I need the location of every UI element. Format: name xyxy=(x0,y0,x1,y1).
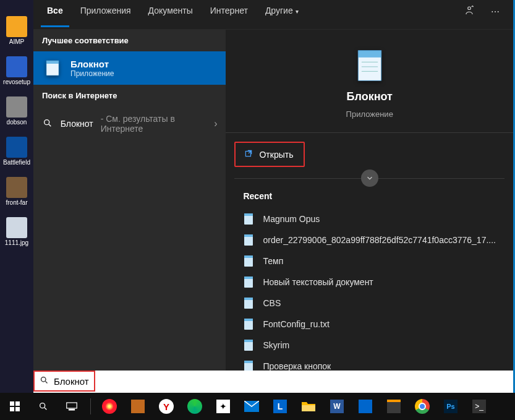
search-box xyxy=(33,371,513,393)
desktop-icon[interactable]: dobson xyxy=(4,96,29,126)
desktop-icons: AIMP revosetup dobson Battlefield front-… xyxy=(0,0,33,393)
tab-apps[interactable]: Приложения xyxy=(74,2,137,27)
search-icon xyxy=(42,118,53,130)
recent-item[interactable]: order_22799006_802a99ff788f26df52c7741f0… xyxy=(243,229,496,251)
svg-point-3 xyxy=(45,119,49,124)
tab-documents[interactable]: Документы xyxy=(142,2,199,27)
svg-point-0 xyxy=(468,7,471,10)
desktop-icon[interactable]: 1111.jpg xyxy=(4,217,29,246)
notes-icon[interactable] xyxy=(353,394,378,419)
svg-rect-2 xyxy=(46,61,59,64)
recent-item[interactable]: Темп xyxy=(243,251,496,272)
recent-filename: Темп xyxy=(263,256,283,266)
recent-item[interactable]: Skyrim xyxy=(243,335,496,356)
app-icon[interactable] xyxy=(126,394,150,419)
stars-icon[interactable]: ✦ xyxy=(211,394,236,419)
svg-rect-27 xyxy=(10,401,14,406)
svg-rect-17 xyxy=(244,276,253,279)
recent-filename: Проверка кнопок xyxy=(263,361,331,371)
preview-column: Блокнот Приложение Открыть Recent Magnum… xyxy=(226,30,513,393)
notepad-icon xyxy=(42,58,63,79)
desktop-icon[interactable]: AIMP xyxy=(4,16,29,45)
word-icon[interactable]: W xyxy=(325,394,349,419)
taskbar: Y ✦ L W Ps >_ xyxy=(0,393,515,420)
svg-point-31 xyxy=(40,403,45,408)
recent-label: Recent xyxy=(243,191,496,201)
recent-item[interactable]: FontConfig_ru.txt xyxy=(243,314,496,335)
recent-filename: Magnum Opus xyxy=(263,214,320,224)
mail-icon[interactable] xyxy=(239,394,264,419)
svg-rect-35 xyxy=(302,405,315,411)
file-icon xyxy=(243,234,254,246)
opera-icon[interactable] xyxy=(97,394,122,419)
feedback-icon[interactable] xyxy=(459,1,480,28)
web-search-item[interactable]: Блокнот - См. результаты в Интернете › xyxy=(33,106,226,141)
recent-filename: FontConfig_ru.txt xyxy=(263,319,329,329)
recent-filename: Новый текстовый документ xyxy=(263,277,373,287)
open-button[interactable]: Открыть xyxy=(234,142,305,167)
lingvo-icon[interactable]: L xyxy=(268,394,292,419)
recent-item[interactable]: Новый текстовый документ xyxy=(243,272,496,293)
desktop-icon[interactable]: Battlefield xyxy=(4,137,29,166)
desktop-icon[interactable]: revosetup xyxy=(4,56,29,85)
recent-item[interactable]: CBS xyxy=(243,293,496,314)
search-taskbar-button[interactable] xyxy=(31,394,56,419)
yandex-icon[interactable]: Y xyxy=(154,394,179,419)
svg-rect-21 xyxy=(244,319,253,321)
start-button[interactable] xyxy=(2,394,27,419)
svg-rect-13 xyxy=(244,234,253,237)
explorer-icon[interactable] xyxy=(296,394,321,419)
svg-rect-15 xyxy=(244,255,253,258)
chevron-down-icon: ▾ xyxy=(296,8,299,15)
preview-subtitle: Приложение xyxy=(346,109,393,119)
desktop-icon[interactable]: front-far xyxy=(4,177,29,206)
disc-icon[interactable] xyxy=(182,394,207,419)
svg-rect-30 xyxy=(15,407,20,411)
best-match-title: Блокнот xyxy=(70,59,114,69)
search-tabs: Все Приложения Документы Интернет Другие… xyxy=(33,0,513,30)
terminal-icon[interactable]: >_ xyxy=(467,394,492,419)
file-icon xyxy=(243,297,254,309)
svg-rect-11 xyxy=(244,213,253,216)
svg-rect-23 xyxy=(244,340,253,342)
chevron-right-icon: › xyxy=(214,118,217,129)
open-icon xyxy=(244,149,253,160)
file-icon xyxy=(243,276,254,288)
file-icon xyxy=(243,255,254,267)
svg-rect-32 xyxy=(67,403,77,408)
expand-button[interactable] xyxy=(361,169,378,187)
svg-rect-19 xyxy=(244,298,253,300)
recent-filename: order_22799006_802a99ff788f26df52c7741f0… xyxy=(263,235,496,245)
best-match-label: Лучшее соответствие xyxy=(33,30,226,51)
divider xyxy=(234,178,504,179)
start-search-panel: Все Приложения Документы Интернет Другие… xyxy=(33,0,513,393)
file-icon xyxy=(243,213,254,225)
notepad-icon xyxy=(351,47,388,84)
web-search-label: Поиск в Интернете xyxy=(33,85,226,106)
more-icon[interactable]: ⋯ xyxy=(485,3,506,27)
file-icon xyxy=(243,318,254,330)
divider xyxy=(90,398,91,414)
svg-rect-28 xyxy=(15,401,20,406)
task-view-button[interactable] xyxy=(59,394,84,419)
search-input[interactable] xyxy=(54,376,91,387)
search-icon xyxy=(40,375,49,387)
svg-point-26 xyxy=(41,377,46,382)
best-match-item[interactable]: Блокнот Приложение xyxy=(33,51,226,85)
sublime-icon[interactable] xyxy=(381,394,406,419)
tab-web[interactable]: Интернет xyxy=(204,2,254,27)
svg-rect-29 xyxy=(10,407,14,411)
recent-item[interactable]: Magnum Opus xyxy=(243,208,496,229)
tab-all[interactable]: Все xyxy=(41,2,69,27)
svg-rect-5 xyxy=(358,51,381,58)
results-column: Лучшее соответствие Блокнот Приложение П… xyxy=(33,30,226,393)
photoshop-icon[interactable]: Ps xyxy=(438,394,463,419)
chrome-icon[interactable] xyxy=(410,394,435,419)
file-icon xyxy=(243,339,254,351)
svg-rect-33 xyxy=(69,409,75,411)
recent-filename: Skyrim xyxy=(263,340,289,350)
recent-filename: CBS xyxy=(263,298,281,308)
preview-title: Блокнот xyxy=(347,90,393,103)
tab-other[interactable]: Другие▾ xyxy=(259,2,305,27)
svg-rect-25 xyxy=(244,361,253,363)
